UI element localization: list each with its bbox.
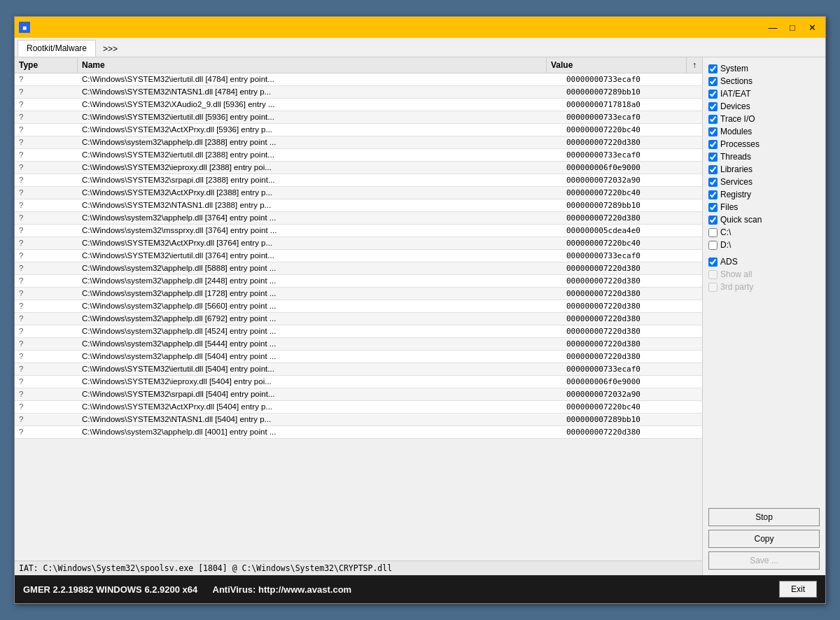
cb-3rdparty[interactable] [708, 283, 718, 292]
table-row[interactable]: ?C:\Windows\system32\apphelp.dll [4524] … [15, 325, 702, 338]
exit-button[interactable]: Exit [779, 581, 817, 598]
table-row[interactable]: ?C:\Windows\SYSTEM32\NTASN1.dll [5404] e… [15, 414, 702, 426]
cell-type: ? [15, 73, 78, 85]
cb-quickscan-label: Quick scan [720, 215, 762, 225]
cb-files[interactable] [708, 203, 718, 212]
cell-type: ? [15, 136, 78, 148]
main-content: Type Name Value ↑ ?C:\Windows\SYSTEM32\i… [15, 57, 825, 575]
cell-value: 000000007220d380 [562, 325, 702, 337]
cell-type: ? [15, 199, 78, 211]
cell-name: C:\Windows\system32\apphelp.dll [5404] e… [78, 351, 562, 362]
cell-name: C:\Windows\SYSTEM32\srpapi.dll [2388] en… [78, 174, 562, 186]
cell-name: C:\Windows\SYSTEM32\NTASN1.dll [4784] en… [78, 86, 562, 98]
table-scroll[interactable]: ?C:\Windows\SYSTEM32\iertutil.dll [4784]… [15, 73, 702, 561]
cb-threads[interactable] [708, 153, 718, 162]
cb-modules[interactable] [708, 127, 718, 136]
table-row[interactable]: ?C:\Windows\SYSTEM32\iertutil.dll [4784]… [15, 73, 702, 86]
maximize-button[interactable]: □ [783, 20, 802, 35]
cell-value: 00000000733ecaf0 [562, 111, 702, 123]
cb-showall-label: Show all [720, 269, 752, 279]
cell-name: C:\Windows\system32\apphelp.dll [2448] e… [78, 275, 562, 287]
cb-showall[interactable] [708, 270, 718, 279]
table-row[interactable]: ?C:\Windows\SYSTEM32\srpapi.dll [2388] e… [15, 174, 702, 187]
table-row[interactable]: ?C:\Windows\system32\apphelp.dll [6792] … [15, 313, 702, 325]
table-row[interactable]: ?C:\Windows\system32\apphelp.dll [5444] … [15, 338, 702, 351]
cell-type: ? [15, 174, 78, 186]
table-row[interactable]: ?C:\Windows\SYSTEM32\ActXPrxy.dll [2388]… [15, 187, 702, 199]
table-row[interactable]: ?C:\Windows\system32\apphelp.dll [4001] … [15, 426, 702, 439]
stop-button[interactable]: Stop [708, 508, 820, 526]
col-sort[interactable]: ↑ [687, 57, 702, 73]
cell-type: ? [15, 325, 78, 337]
cell-name: C:\Windows\SYSTEM32\NTASN1.dll [5404] en… [78, 414, 562, 425]
cell-type: ? [15, 376, 78, 388]
cb-libraries[interactable] [708, 165, 718, 174]
cell-type: ? [15, 338, 78, 350]
cb-services[interactable] [708, 178, 718, 187]
tab-arrows[interactable]: >>> [97, 41, 123, 57]
cb-quickscan[interactable] [708, 216, 718, 225]
close-button[interactable]: ✕ [803, 20, 821, 35]
cell-name: C:\Windows\SYSTEM32\ieproxy.dll [2388] e… [78, 162, 562, 174]
minimize-button[interactable]: — [764, 20, 782, 35]
table-row[interactable]: ?C:\Windows\system32\apphelp.dll [1728] … [15, 288, 702, 300]
table-row[interactable]: ?C:\Windows\SYSTEM32\ActXPrxy.dll [5404]… [15, 401, 702, 414]
cb-libraries-label: Libraries [720, 164, 752, 174]
cb-processes[interactable] [708, 140, 718, 149]
antivirus-info: AntiVirus: http://www.avast.com [213, 584, 352, 595]
table-row[interactable]: ?C:\Windows\system32\apphelp.dll [2448] … [15, 275, 702, 288]
cell-name: C:\Windows\SYSTEM32\iertutil.dll [4784] … [78, 73, 562, 85]
table-row[interactable]: ?C:\Windows\SYSTEM32\srpapi.dll [5404] e… [15, 388, 702, 401]
table-row[interactable]: ?C:\Windows\system32\apphelp.dll [5660] … [15, 300, 702, 313]
table-row[interactable]: ?C:\Windows\SYSTEM32\ActXPrxy.dll [5936]… [15, 124, 702, 136]
cb-system[interactable] [708, 64, 718, 73]
cell-name: C:\Windows\SYSTEM32\srpapi.dll [5404] en… [78, 388, 562, 400]
cb-ads[interactable] [708, 258, 718, 267]
title-bar: ■ — □ ✕ [15, 17, 825, 38]
table-row[interactable]: ?C:\Windows\system32\apphelp.dll [2388] … [15, 136, 702, 149]
table-row[interactable]: ?C:\Windows\SYSTEM32\XAudio2_9.dll [5936… [15, 99, 702, 111]
cb-sections[interactable] [708, 77, 718, 86]
sidebar: SystemSectionsIAT/EATDevicesTrace I/OMod… [703, 57, 825, 575]
col-name: Name [78, 57, 547, 73]
cell-name: C:\Windows\SYSTEM32\ieproxy.dll [5404] e… [78, 376, 562, 388]
table-row[interactable]: ?C:\Windows\system32\apphelp.dll [5888] … [15, 262, 702, 275]
gmer-info: GMER 2.2.19882 WINDOWS 6.2.9200 x64 [23, 584, 197, 595]
cell-value: 000000005cdea4e0 [562, 225, 702, 237]
sidebar-item-cb-quickscan: Quick scan [708, 214, 820, 225]
cell-value: 000000007220d380 [562, 300, 702, 312]
cell-name: C:\Windows\SYSTEM32\XAudio2_9.dll [5936]… [78, 99, 562, 111]
sidebar-item-cb-system: System [708, 63, 820, 74]
table-row[interactable]: ?C:\Windows\SYSTEM32\iertutil.dll [3764]… [15, 250, 702, 262]
cb-registry[interactable] [708, 190, 718, 199]
cell-value: 000000007220bc40 [562, 124, 702, 136]
table-row[interactable]: ?C:\Windows\SYSTEM32\NTASN1.dll [2388] e… [15, 199, 702, 212]
cell-name: C:\Windows\system32\mssprxy.dll [3764] e… [78, 225, 562, 237]
table-row[interactable]: ?C:\Windows\SYSTEM32\ieproxy.dll [5404] … [15, 376, 702, 388]
cell-type: ? [15, 187, 78, 199]
table-row[interactable]: ?C:\Windows\SYSTEM32\ActXPrxy.dll [3764]… [15, 237, 702, 250]
cb-devices[interactable] [708, 102, 718, 111]
cb-ddrive[interactable] [708, 241, 718, 250]
cb-cdrive[interactable] [708, 228, 718, 237]
table-row[interactable]: ?C:\Windows\SYSTEM32\NTASN1.dll [4784] e… [15, 86, 702, 99]
cb-iateat[interactable] [708, 90, 718, 99]
table-row[interactable]: ?C:\Windows\system32\mssprxy.dll [3764] … [15, 225, 702, 237]
cell-value: 000000007220d380 [562, 338, 702, 350]
tab-rootkit-malware[interactable]: Rootkit/Malware [18, 40, 96, 57]
table-area: Type Name Value ↑ ?C:\Windows\SYSTEM32\i… [15, 57, 703, 575]
table-row[interactable]: ?C:\Windows\SYSTEM32\ieproxy.dll [2388] … [15, 162, 702, 174]
cb-traceio[interactable] [708, 115, 718, 124]
table-row[interactable]: ?C:\Windows\SYSTEM32\iertutil.dll [2388]… [15, 149, 702, 162]
sidebar-item-cb-traceio: Trace I/O [708, 113, 820, 125]
sidebar-item-cb-showall: Show all [708, 269, 820, 280]
cb-registry-label: Registry [720, 190, 751, 199]
table-row[interactable]: ?C:\Windows\SYSTEM32\iertutil.dll [5936]… [15, 111, 702, 124]
copy-button[interactable]: Copy [708, 530, 820, 548]
cb-processes-label: Processes [720, 139, 760, 149]
table-row[interactable]: ?C:\Windows\system32\apphelp.dll [3764] … [15, 212, 702, 225]
cell-value: 0000000072032a90 [562, 174, 702, 186]
save-button: Save ... [708, 551, 820, 570]
table-row[interactable]: ?C:\Windows\system32\apphelp.dll [5404] … [15, 351, 702, 363]
table-row[interactable]: ?C:\Windows\SYSTEM32\iertutil.dll [5404]… [15, 363, 702, 376]
